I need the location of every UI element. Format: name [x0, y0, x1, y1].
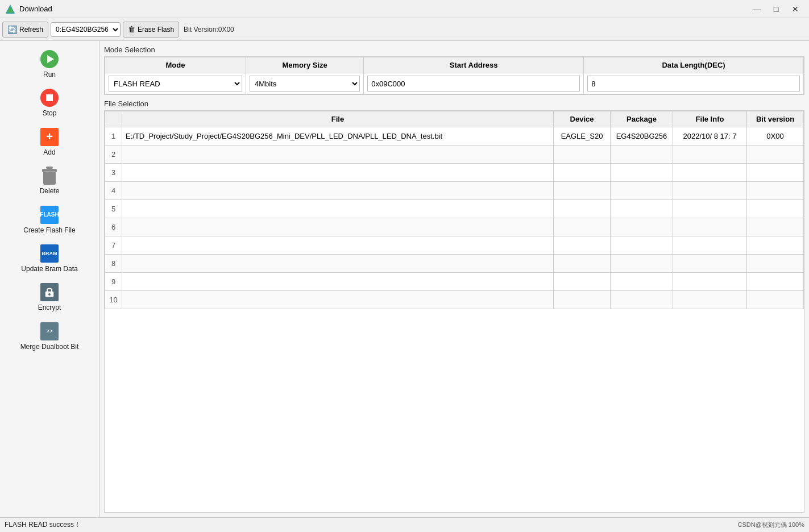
status-right: CSDN@视刻元偶 100%: [737, 521, 804, 529]
table-row[interactable]: 3: [105, 164, 804, 182]
sidebar-item-add[interactable]: Add: [4, 123, 95, 160]
file-table: File Device Package File Info Bit versio…: [105, 111, 804, 309]
encrypt-icon: [40, 283, 59, 301]
row-fileinfo: [673, 273, 747, 291]
window-controls: — □ ✕: [748, 2, 804, 16]
erase-flash-button[interactable]: 🗑 Erase Flash: [123, 22, 179, 38]
start-address-cell[interactable]: [364, 73, 584, 94]
row-bitversion: [747, 200, 804, 218]
row-bitversion: [747, 236, 804, 255]
table-row[interactable]: 2: [105, 146, 804, 164]
file-col-header: File: [122, 111, 554, 127]
row-file: [122, 182, 554, 200]
table-row[interactable]: 10: [105, 291, 804, 309]
sidebar-item-stop[interactable]: Stop: [4, 84, 95, 120]
row-device: [554, 291, 611, 309]
row-package: [611, 291, 673, 309]
toolbar: 🔄 Refresh 0:EG4S20BG256 🗑 Erase Flash Bi…: [0, 18, 809, 41]
status-bar: FLASH READ success！ CSDN@视刻元偶 100%: [0, 517, 809, 532]
row-bitversion: [747, 273, 804, 291]
sidebar-item-encrypt[interactable]: Encrypt: [4, 279, 95, 315]
row-device: [554, 200, 611, 218]
file-num-col-header: [105, 111, 122, 127]
mode-select[interactable]: FLASH READ: [109, 76, 242, 92]
data-length-input[interactable]: [587, 76, 800, 92]
row-number: 8: [105, 255, 122, 273]
row-package: EG4S20BG256: [611, 127, 673, 146]
sidebar-item-update-bram[interactable]: BRAM Update Bram Data: [4, 240, 95, 276]
row-package: [611, 200, 673, 218]
mode-col-header: Mode: [105, 57, 246, 73]
maximize-button[interactable]: □: [767, 2, 785, 16]
delete-icon-wrapper: [39, 165, 60, 186]
stop-icon-wrapper: [39, 88, 60, 108]
sidebar-item-delete[interactable]: Delete: [4, 162, 95, 198]
row-device: [554, 236, 611, 255]
row-package: [611, 273, 673, 291]
sidebar: Run Stop Add Delete: [0, 41, 99, 517]
file-section-title: File Selection: [104, 99, 804, 108]
sidebar-add-label: Add: [43, 148, 55, 156]
row-number: 4: [105, 182, 122, 200]
flash-icon-wrapper: FLASH: [39, 205, 60, 225]
close-button[interactable]: ✕: [786, 2, 804, 16]
row-file: [122, 255, 554, 273]
table-row[interactable]: 4: [105, 182, 804, 200]
table-row[interactable]: 8: [105, 255, 804, 273]
memory-size-select[interactable]: 4Mbits: [250, 76, 360, 92]
table-row[interactable]: 5: [105, 200, 804, 218]
row-number: 3: [105, 164, 122, 182]
start-addr-col-header: Start Address: [364, 57, 584, 73]
mode-select-cell[interactable]: FLASH READ: [105, 73, 246, 94]
device-col-header: Device: [554, 111, 611, 127]
mode-selection-section: Mode Selection Mode Memory Size Start Ad…: [104, 45, 804, 95]
sidebar-item-merge[interactable]: >> Merge Dualboot Bit: [4, 318, 95, 354]
row-number: 5: [105, 200, 122, 218]
row-package: [611, 236, 673, 255]
table-row[interactable]: 7: [105, 236, 804, 255]
sidebar-item-run[interactable]: Run: [4, 45, 95, 82]
row-device: [554, 273, 611, 291]
table-row[interactable]: 1 E:/TD_Project/Study_Project/EG4S20BG25…: [105, 127, 804, 146]
run-icon-wrapper: [39, 49, 60, 69]
row-bitversion: [747, 164, 804, 182]
mode-table: Mode Memory Size Start Address Data Leng…: [105, 57, 804, 94]
row-number: 2: [105, 146, 122, 164]
row-package: [611, 146, 673, 164]
bram-icon-wrapper: BRAM: [39, 243, 60, 264]
sidebar-stop-label: Stop: [43, 109, 57, 117]
sidebar-item-create-flash[interactable]: FLASH Create Flash File: [4, 201, 95, 238]
title-bar: Download — □ ✕: [0, 0, 809, 18]
row-fileinfo: 2022/10/ 8 17: 7: [673, 127, 747, 146]
device-select[interactable]: 0:EG4S20BG256: [51, 22, 121, 37]
refresh-button[interactable]: 🔄 Refresh: [2, 22, 48, 38]
row-package: [611, 255, 673, 273]
main-layout: Run Stop Add Delete: [0, 41, 809, 517]
table-row[interactable]: 6: [105, 218, 804, 236]
row-package: [611, 164, 673, 182]
encrypt-svg: [44, 286, 55, 298]
merge-dualboot-icon: >>: [40, 322, 59, 340]
row-package: [611, 218, 673, 236]
sidebar-merge-label: Merge Dualboot Bit: [20, 343, 79, 351]
row-number: 7: [105, 236, 122, 255]
start-address-input[interactable]: [367, 76, 580, 92]
table-row[interactable]: 9: [105, 273, 804, 291]
row-device: [554, 255, 611, 273]
minimize-button[interactable]: —: [748, 2, 766, 16]
memory-size-cell[interactable]: 4Mbits: [246, 73, 363, 94]
row-fileinfo: [673, 291, 747, 309]
data-length-cell[interactable]: [584, 73, 804, 94]
row-bitversion: [747, 146, 804, 164]
row-bitversion: [747, 255, 804, 273]
sidebar-encrypt-label: Encrypt: [38, 304, 61, 311]
row-bitversion: [747, 218, 804, 236]
row-file: [122, 291, 554, 309]
bit-version-label: Bit Version:0X00: [184, 26, 234, 34]
fileinfo-col-header: File Info: [673, 111, 747, 127]
data-length-col-header: Data Length(DEC): [584, 57, 804, 73]
row-fileinfo: [673, 236, 747, 255]
refresh-label: Refresh: [19, 26, 43, 34]
row-number: 10: [105, 291, 122, 309]
status-text: FLASH READ success！: [5, 520, 81, 530]
